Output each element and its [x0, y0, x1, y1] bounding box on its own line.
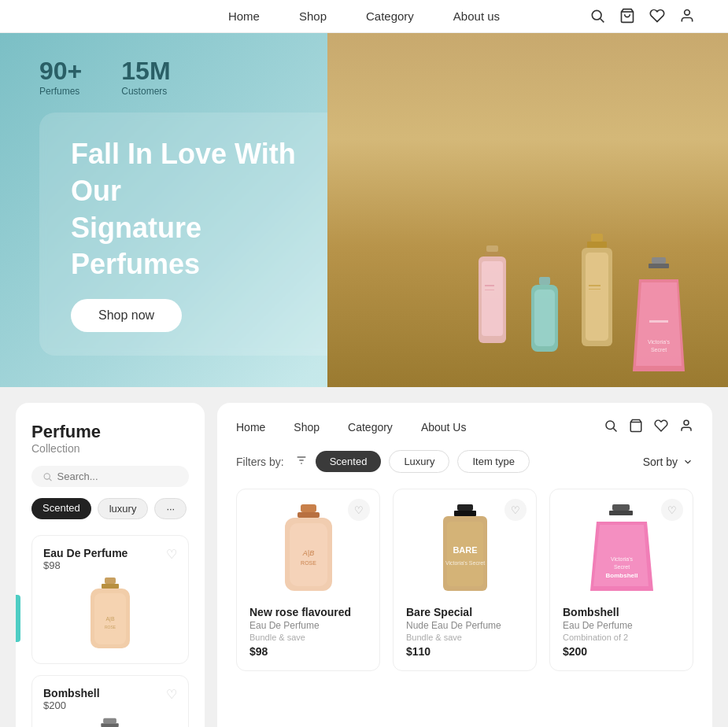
right-nav-icons: [604, 419, 693, 436]
svg-text:ROSE: ROSE: [105, 625, 116, 629]
products-grid: ♡ A|B ROSE New rose flavoured Eau De Per…: [236, 489, 693, 671]
svg-text:ROSE: ROSE: [301, 560, 316, 566]
search-icon[interactable]: [589, 8, 607, 25]
product-title-bombshell: Bombshell: [563, 606, 680, 618]
hero-bottle-4: Victoria's Secret: [630, 257, 689, 371]
main-content: Perfume Collection Scented luxury ··· Ea…: [0, 387, 728, 727]
tag-more-left[interactable]: ···: [154, 498, 187, 519]
sort-label: Sort by: [643, 456, 678, 468]
filter-icon[interactable]: [295, 454, 308, 470]
nav-aboutus[interactable]: About us: [453, 9, 500, 23]
search-input-left[interactable]: [57, 471, 179, 482]
filter-luxury[interactable]: Luxury: [389, 450, 449, 473]
svg-text:Secret: Secret: [651, 347, 667, 352]
nav-home[interactable]: Home: [228, 9, 260, 23]
product-price-rose: $98: [249, 645, 367, 658]
svg-text:Victoria's: Victoria's: [648, 339, 671, 345]
svg-rect-10: [539, 277, 550, 285]
right-wishlist-icon[interactable]: [654, 419, 668, 436]
stat-customers: 15M Customers: [121, 57, 170, 97]
wishlist-btn-bombshell[interactable]: ♡: [661, 499, 683, 521]
right-nav-home[interactable]: Home: [236, 421, 265, 434]
right-nav: Home Shop Category About Us: [236, 419, 693, 436]
top-navigation: Home Shop Category About us: [0, 0, 728, 33]
tag-luxury-left[interactable]: luxury: [98, 498, 149, 519]
svg-rect-9: [485, 290, 494, 290]
right-panel: Home Shop Category About Us: [217, 403, 712, 727]
svg-rect-53: [457, 504, 473, 511]
nav-shop[interactable]: Shop: [299, 9, 327, 23]
right-nav-aboutus[interactable]: About Us: [421, 421, 467, 434]
profile-icon[interactable]: [679, 8, 697, 25]
svg-text:Victoria's: Victoria's: [610, 556, 633, 562]
svg-rect-13: [591, 234, 603, 242]
svg-rect-47: [301, 504, 316, 512]
hero-bottles: Victoria's Secret: [471, 234, 689, 371]
svg-rect-7: [482, 261, 503, 336]
svg-text:Bombshell: Bombshell: [605, 572, 637, 579]
filters-row: Filters by: Scented Luxury Item type Sor…: [236, 450, 693, 473]
collection-title: Perfume: [31, 422, 189, 442]
wishlist-icon[interactable]: [649, 8, 667, 25]
svg-rect-28: [105, 578, 116, 584]
bare-bottle-svg: BARE Victoria's Secret: [434, 504, 497, 595]
collection-subtitle: Collection: [31, 442, 189, 455]
eau-bottle-img: A|B ROSE: [83, 578, 138, 652]
wishlist-btn-left-1[interactable]: ♡: [166, 547, 177, 562]
product-card-bare-special: ♡ BARE Victoria's Secret Bare Special Nu…: [393, 489, 537, 671]
stat-perfumes: 90+ Perfumes: [39, 57, 82, 97]
product-price-bare: $110: [406, 645, 523, 658]
product-subtitle-bombshell: Eau De Perfume: [563, 620, 680, 631]
wishlist-btn-rose[interactable]: ♡: [348, 499, 370, 521]
product-note-bombshell: Combination of 2: [563, 633, 680, 642]
bombshell-bottle-svg: Victoria's Secret Bombshell: [590, 504, 653, 595]
svg-rect-4: [486, 245, 498, 252]
nav-links: Home Shop Category About us: [228, 9, 500, 23]
hero-bottle-2: [525, 277, 564, 371]
svg-rect-14: [587, 242, 607, 248]
hero-image: Victoria's Secret: [327, 33, 728, 387]
cart-icon[interactable]: [619, 8, 637, 25]
svg-marker-22: [636, 282, 682, 366]
left-panel: Perfume Collection Scented luxury ··· Ea…: [16, 403, 205, 727]
hero-bottle-1: [471, 245, 514, 371]
product-image-bare: BARE Victoria's Secret: [406, 502, 523, 596]
right-nav-shop[interactable]: Shop: [294, 421, 320, 434]
hero-section: 90+ Perfumes 15M Customers Fall In Love …: [0, 33, 728, 387]
right-search-icon[interactable]: [604, 419, 618, 436]
filter-tags-left: Scented luxury ···: [31, 498, 189, 519]
right-nav-category[interactable]: Category: [348, 421, 393, 434]
right-profile-icon[interactable]: [679, 419, 693, 436]
search-bar[interactable]: [31, 466, 189, 487]
product-card-new-rose: ♡ A|B ROSE New rose flavoured Eau De Per…: [236, 489, 380, 671]
svg-line-27: [50, 478, 52, 481]
svg-rect-17: [589, 285, 601, 286]
right-cart-icon[interactable]: [629, 419, 643, 436]
filter-scented[interactable]: Scented: [316, 451, 382, 472]
product-card-eau-de-perfume: Eau De Perfume $98 ♡ A|B ROSE: [31, 535, 189, 664]
product-name: Eau De Perfume: [43, 547, 177, 559]
svg-rect-59: [612, 504, 630, 511]
chevron-down-icon: [682, 456, 693, 467]
product-image-bombshell: Victoria's Secret: [43, 718, 177, 727]
svg-rect-20: [649, 264, 669, 268]
nav-category[interactable]: Category: [366, 9, 414, 23]
sort-by[interactable]: Sort by: [643, 456, 693, 468]
wishlist-btn-bare[interactable]: ♡: [504, 499, 527, 521]
svg-text:Secret: Secret: [613, 564, 629, 570]
filters-label: Filters by:: [236, 456, 284, 468]
product-image-bombshell-right: Victoria's Secret Bombshell: [563, 502, 680, 596]
svg-point-40: [606, 421, 615, 430]
product-subtitle-bare: Nude Eau De Perfume: [406, 620, 523, 631]
product-note-rose: Bundle & save: [249, 633, 367, 642]
svg-rect-23: [649, 320, 668, 323]
tag-scented-left[interactable]: Scented: [31, 498, 91, 519]
bombshell-bottle-img: Victoria's Secret: [83, 718, 138, 727]
svg-line-1: [601, 18, 604, 22]
shop-now-button[interactable]: Shop now: [71, 299, 182, 332]
hero-text-box: Fall In Love With Our Signature Perfumes…: [39, 113, 370, 356]
wishlist-btn-left-2[interactable]: ♡: [166, 687, 177, 702]
product-price: $200: [43, 699, 177, 711]
svg-rect-35: [101, 724, 118, 727]
filter-item-type[interactable]: Item type: [457, 450, 529, 473]
